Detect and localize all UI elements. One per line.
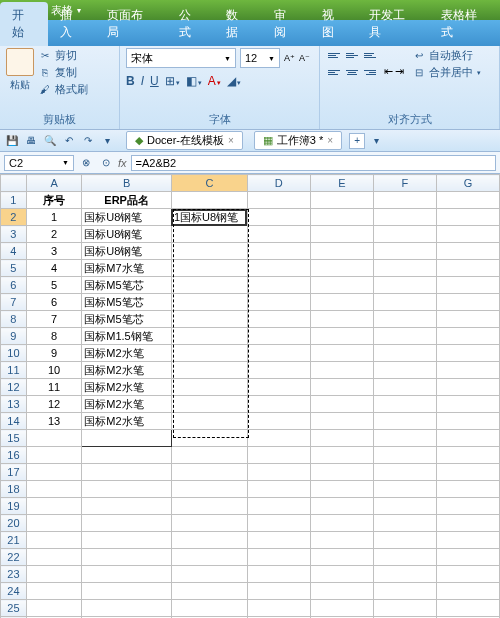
bold-button[interactable]: B [126, 74, 135, 88]
cell[interactable] [247, 362, 310, 379]
cell[interactable]: 国标M2水笔 [82, 396, 172, 413]
cell[interactable] [436, 328, 499, 345]
cell[interactable] [436, 345, 499, 362]
cell[interactable] [82, 566, 172, 583]
cell[interactable] [82, 464, 172, 481]
cell[interactable] [247, 209, 310, 226]
row-header[interactable]: 3 [1, 226, 27, 243]
cell[interactable]: 2 [26, 226, 81, 243]
cell[interactable] [373, 566, 436, 583]
cell[interactable] [26, 481, 81, 498]
row-header[interactable]: 13 [1, 396, 27, 413]
cell[interactable] [247, 192, 310, 209]
row-header[interactable]: 25 [1, 600, 27, 617]
cell[interactable] [247, 464, 310, 481]
row-header[interactable]: 8 [1, 311, 27, 328]
cell[interactable] [310, 243, 373, 260]
cell[interactable] [26, 498, 81, 515]
col-header[interactable]: B [82, 175, 172, 192]
cell[interactable] [171, 277, 247, 294]
tab-layout[interactable]: 页面布局 [95, 2, 166, 46]
cell[interactable] [247, 277, 310, 294]
cell[interactable] [82, 447, 172, 464]
underline-button[interactable]: U [150, 74, 159, 88]
cell[interactable] [436, 311, 499, 328]
docer-tab[interactable]: ◆ Docer-在线模板 × [126, 131, 243, 150]
cell[interactable] [247, 413, 310, 430]
cell[interactable]: 10 [26, 362, 81, 379]
cell[interactable] [310, 328, 373, 345]
select-all[interactable] [1, 175, 27, 192]
cell[interactable]: 4 [26, 260, 81, 277]
row-header[interactable]: 6 [1, 277, 27, 294]
cell[interactable] [373, 464, 436, 481]
col-header[interactable]: G [436, 175, 499, 192]
row-header[interactable]: 19 [1, 498, 27, 515]
cell[interactable] [247, 328, 310, 345]
cell[interactable] [310, 209, 373, 226]
row-header[interactable]: 23 [1, 566, 27, 583]
cell[interactable] [436, 260, 499, 277]
row-header[interactable]: 12 [1, 379, 27, 396]
col-header[interactable]: E [310, 175, 373, 192]
cell[interactable]: 3 [26, 243, 81, 260]
effects-button[interactable]: ◢▾ [227, 74, 241, 88]
cell[interactable] [373, 328, 436, 345]
cell[interactable] [26, 532, 81, 549]
cell[interactable] [82, 549, 172, 566]
cell[interactable] [310, 481, 373, 498]
cell[interactable]: 国标U8钢笔 [82, 243, 172, 260]
cell[interactable] [171, 464, 247, 481]
cell[interactable] [171, 498, 247, 515]
cell[interactable] [373, 583, 436, 600]
cell[interactable] [171, 447, 247, 464]
align-bottom-button[interactable] [362, 48, 378, 62]
cell[interactable] [171, 226, 247, 243]
cell[interactable] [436, 464, 499, 481]
fx-icon[interactable]: fx [118, 157, 127, 169]
cell[interactable] [436, 549, 499, 566]
cell[interactable] [436, 226, 499, 243]
col-header[interactable]: C [171, 175, 247, 192]
cell[interactable] [310, 260, 373, 277]
cell[interactable] [310, 192, 373, 209]
copy-button[interactable]: ⎘复制 [38, 65, 88, 80]
row-header[interactable]: 4 [1, 243, 27, 260]
cell[interactable]: 6 [26, 294, 81, 311]
cell[interactable] [247, 311, 310, 328]
redo-icon[interactable]: ↷ [80, 133, 96, 149]
cell[interactable] [310, 226, 373, 243]
cell[interactable] [171, 362, 247, 379]
more-icon[interactable]: ▾ [99, 133, 115, 149]
cell[interactable] [373, 413, 436, 430]
fill-color-button[interactable]: ◧▾ [186, 74, 202, 88]
indent-dec-button[interactable]: ⇤ [384, 65, 393, 79]
cell[interactable] [171, 192, 247, 209]
cell[interactable] [436, 294, 499, 311]
row-header[interactable]: 24 [1, 583, 27, 600]
cell[interactable] [373, 192, 436, 209]
formula-input[interactable]: =A2&B2 [131, 155, 496, 171]
cell[interactable] [171, 430, 247, 447]
cell[interactable] [310, 515, 373, 532]
cell[interactable]: 11 [26, 379, 81, 396]
cell[interactable] [310, 566, 373, 583]
cell[interactable]: 9 [26, 345, 81, 362]
add-tab-icon[interactable]: + [349, 133, 365, 149]
cell[interactable] [171, 481, 247, 498]
cell[interactable] [436, 498, 499, 515]
cell[interactable] [247, 226, 310, 243]
cell[interactable] [373, 498, 436, 515]
cell[interactable]: 国标M1.5钢笔 [82, 328, 172, 345]
cell[interactable] [436, 532, 499, 549]
cell[interactable] [171, 549, 247, 566]
cell[interactable]: 国标M2水笔 [82, 362, 172, 379]
cell[interactable] [373, 430, 436, 447]
cell[interactable] [171, 243, 247, 260]
row-header[interactable]: 18 [1, 481, 27, 498]
row-header[interactable]: 15 [1, 430, 27, 447]
cell[interactable]: 国标M2水笔 [82, 413, 172, 430]
cell[interactable] [26, 600, 81, 617]
cell[interactable] [171, 396, 247, 413]
cell[interactable] [247, 600, 310, 617]
